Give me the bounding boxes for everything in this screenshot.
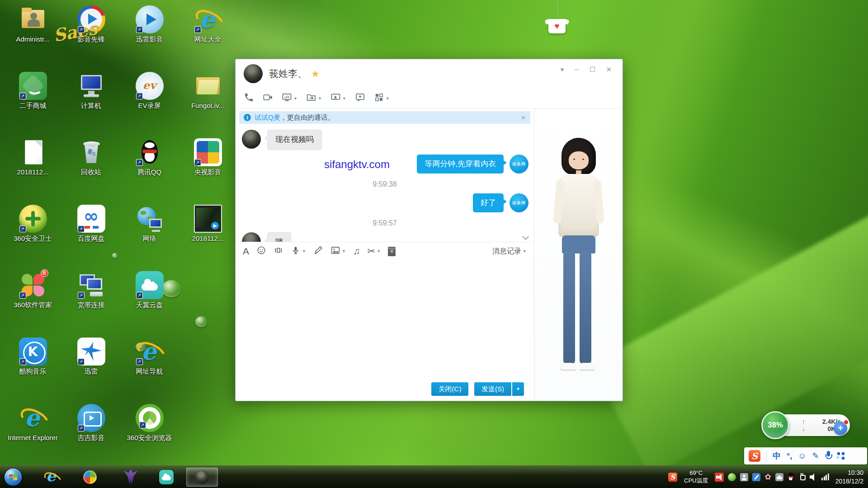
message-input[interactable]: [236, 261, 534, 378]
send-image-button[interactable]: ▼: [330, 245, 346, 257]
desktop-icon-cloud-teal[interactable]: ↗天翼云盘: [120, 268, 179, 335]
desktop-icon-fungo[interactable]: FungoLiv...: [179, 69, 237, 136]
shortcut-arrow-icon: ↗: [194, 159, 201, 166]
self-avatar[interactable]: 借条网: [509, 155, 528, 174]
desktop-icon-360-shield[interactable]: ↗360安全卫士: [4, 202, 62, 268]
announcement-icon[interactable]: [715, 473, 724, 482]
window-menu-button[interactable]: ▾: [561, 66, 564, 74]
create-chat-button[interactable]: [355, 92, 365, 104]
user-status-icon[interactable]: [740, 473, 748, 481]
download-arrow-icon: ↓: [802, 425, 805, 432]
shortcut-arrow-icon: ↗: [78, 358, 85, 365]
desktop-icon-green-box[interactable]: ↗二手商城: [4, 69, 62, 136]
power-icon[interactable]: [798, 473, 806, 481]
desktop-icon-document[interactable]: 2018112...: [4, 136, 62, 202]
file-transfer-button[interactable]: ▼: [306, 92, 322, 104]
desktop-icon-ev[interactable]: ↗EV录屏: [120, 69, 179, 136]
desktop-icon-network[interactable]: 网络: [120, 202, 179, 268]
notification-badge: 8: [41, 269, 48, 277]
window-shake-button[interactable]: [274, 245, 283, 257]
volume-icon[interactable]: [810, 474, 817, 481]
handwriting-input-button[interactable]: ✎: [812, 450, 819, 462]
internet-explorer-task[interactable]: [43, 469, 61, 486]
font-style-button[interactable]: A: [243, 246, 249, 256]
red-packet-button[interactable]: [388, 247, 396, 256]
pinyin-tool-icon[interactable]: [752, 473, 760, 481]
music-share-icon: ♫: [353, 246, 360, 256]
desktop-icon-kugou[interactable]: ↗酷狗音乐: [4, 335, 62, 401]
desktop-icon-e-ring[interactable]: ↗网址导航: [120, 335, 179, 401]
voice-input-icon[interactable]: [825, 450, 831, 461]
360-safety-icon[interactable]: [728, 473, 736, 481]
banner-close-icon[interactable]: ✕: [521, 114, 526, 121]
media-player-task[interactable]: [124, 469, 137, 485]
desktop-icon-label: Administr...: [16, 35, 49, 44]
qq-show-panel[interactable]: [534, 109, 623, 401]
desktop-icon-e-ring[interactable]: ↗网址大全: [179, 3, 237, 69]
360-browser-task[interactable]: [83, 470, 97, 484]
desktop-icon-360-browser[interactable]: ↗360安全浏览器: [120, 401, 179, 468]
desktop-icon-broadband[interactable]: ↗宽带连接: [62, 268, 120, 335]
desktop-icon-xunlei[interactable]: ↗迅雷: [62, 335, 120, 401]
chinese-mode-button[interactable]: 中: [773, 450, 781, 462]
voice-call-button[interactable]: [244, 92, 254, 104]
emoji-button[interactable]: [256, 245, 266, 257]
send-options-caret[interactable]: ▼: [512, 382, 524, 396]
toolbox-icon[interactable]: [837, 452, 844, 460]
shortcut-arrow-icon: ↗: [19, 358, 26, 365]
close-button[interactable]: ✕: [606, 66, 612, 74]
chat-task-button[interactable]: [186, 468, 218, 487]
emoji-picker-button[interactable]: ☺: [798, 450, 806, 462]
qmic-link[interactable]: 试试Q麦: [255, 113, 280, 122]
start-button[interactable]: [5, 469, 22, 486]
desktop-icon-computer[interactable]: 计算机: [62, 69, 120, 136]
desktop-icon-xunlei-player[interactable]: ↗迅雷影音: [120, 3, 179, 69]
contact-avatar[interactable]: [242, 130, 261, 149]
contact-name[interactable]: 莪姓李、: [269, 67, 307, 80]
desktop-icon-e-ring[interactable]: Internet Explorer: [4, 401, 62, 468]
handwriting-button[interactable]: [313, 245, 323, 257]
sogou-ime-icon[interactable]: S: [668, 473, 677, 482]
apps-button[interactable]: ▼: [374, 92, 390, 104]
input-toolbar-icons: A▼▼♫✂▼: [243, 245, 396, 257]
desktop-icon-user-folder[interactable]: Administr...: [4, 3, 62, 69]
message-history-button[interactable]: 消息记录 ▼: [492, 247, 527, 256]
desktop-icon-recycle-bin[interactable]: 回收站: [62, 136, 120, 202]
desktop-icon-360-manager[interactable]: ↗8360软件管家: [4, 268, 62, 335]
net-speed-widget[interactable]: ↑2.4K/s ↓0K/s + 38%: [763, 411, 850, 439]
desktop-icon-baidu-pan[interactable]: ↗百度网盘: [62, 202, 120, 268]
taskbar-clock[interactable]: 10:30 2018/12/2: [835, 469, 863, 486]
scroll-down-icon[interactable]: [522, 234, 529, 240]
desktop-icon-label: 360软件管家: [14, 301, 52, 310]
close-button[interactable]: 关闭(C): [431, 382, 468, 396]
remote-desktop-icon: [330, 92, 341, 104]
qq-tray-icon[interactable]: [788, 473, 794, 481]
sogou-logo-icon[interactable]: S: [749, 450, 760, 462]
desktop-icon-jiji[interactable]: ↗吉吉影音: [62, 401, 120, 468]
voice-message-button[interactable]: ▼: [291, 245, 306, 257]
shortcut-arrow-icon: ↗: [194, 26, 201, 33]
self-avatar[interactable]: 借条网: [509, 193, 528, 212]
memory-ball[interactable]: 38%: [761, 411, 789, 439]
desktop-icon-qq-penguin[interactable]: ↗腾讯QQ: [120, 136, 179, 202]
send-button[interactable]: 发送(S): [474, 382, 511, 396]
network-icon: [136, 205, 164, 233]
video-call-button[interactable]: [263, 92, 273, 104]
music-share-button[interactable]: ♫: [353, 246, 360, 256]
recycle-bin-icon: [77, 138, 105, 166]
flower-app-icon[interactable]: ✿: [764, 473, 771, 481]
screen-share-button[interactable]: ▼: [282, 92, 297, 104]
create-chat-icon: [355, 92, 365, 104]
punctuation-mode-button[interactable]: °,: [787, 450, 792, 462]
remote-desktop-button[interactable]: ▼: [330, 92, 346, 104]
contact-avatar[interactable]: [242, 232, 261, 242]
cloud-sync-icon[interactable]: [775, 473, 783, 481]
network-signal-icon[interactable]: [821, 474, 829, 480]
contact-avatar[interactable]: [244, 64, 263, 83]
maximize-button[interactable]: ☐: [590, 66, 595, 74]
minimize-button[interactable]: ─: [574, 66, 579, 74]
desktop-icon-cctv[interactable]: ↗央视影音: [179, 136, 237, 202]
screen-capture-button[interactable]: ✂▼: [368, 246, 381, 256]
cloud-drive-task[interactable]: [159, 470, 174, 484]
desktop-icon-video-file[interactable]: 2018112...: [179, 202, 237, 268]
